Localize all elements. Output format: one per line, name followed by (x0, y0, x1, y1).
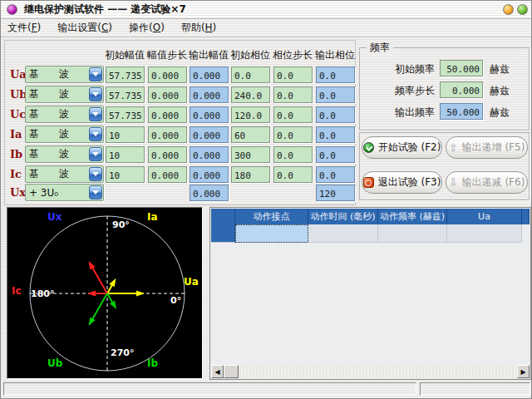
freq-row-initial: 初始频率 赫兹 (360, 60, 530, 76)
phase-step-input-ib[interactable] (273, 146, 313, 163)
chevron-down-icon[interactable] (89, 127, 102, 141)
out-amp-field-ux (190, 185, 229, 201)
phasor-label-ua: Ua (184, 276, 199, 288)
phase-step-input-uc[interactable] (273, 106, 313, 123)
init-phase-input-uc[interactable] (231, 106, 270, 123)
col-filler (522, 209, 530, 224)
titlebar: 继电保护测试软件 —— 递变试验×7 (1, 1, 532, 19)
scroll-left-icon[interactable]: ◀ (211, 365, 224, 378)
init-amp-input-ic[interactable] (106, 166, 145, 183)
wave-select-ub[interactable]: 基 波 (25, 86, 104, 103)
amp-step-input-ia[interactable] (148, 126, 187, 143)
out-phase-field-ua (316, 66, 355, 83)
wave-select-ib-value: 基 波 (26, 147, 89, 161)
status-panel-right (420, 382, 530, 396)
signal-row-ia: Ia 基 波 (4, 126, 356, 144)
out-amp-field-ub (190, 86, 229, 103)
init-phase-input-ub[interactable] (231, 86, 270, 103)
start-test-button[interactable]: 开始试验 (F2) (362, 136, 442, 159)
output-increase-button[interactable]: ⇧ 输出递增 (F5) (446, 136, 528, 159)
wave-select-ic[interactable]: 基 波 (25, 165, 104, 183)
init-amp-input-ua[interactable] (106, 66, 145, 83)
ux-source-select-value: + 3U₀ (26, 187, 89, 199)
wave-select-ib[interactable]: 基 波 (25, 145, 104, 163)
freq-row-output: 输出频率 赫兹 (360, 103, 530, 120)
row-selector-cell[interactable] (211, 224, 235, 243)
init-phase-input-ia[interactable] (231, 126, 270, 143)
out-phase-field-ib (316, 146, 355, 163)
amp-step-input-ib[interactable] (148, 146, 187, 163)
col-ua[interactable]: Ua (447, 209, 522, 224)
wave-select-ia[interactable]: 基 波 (25, 126, 104, 143)
phasor-label-ub: Ub (47, 357, 62, 369)
scroll-right-icon[interactable]: ▶ (517, 365, 530, 378)
out-amp-field-ia (190, 126, 229, 143)
out-amp-field-ua (190, 66, 229, 83)
ux-source-select[interactable]: + 3U₀ (25, 184, 104, 201)
out-freq-field (440, 103, 483, 120)
chevron-down-icon[interactable] (89, 87, 102, 101)
init-amp-input-uc[interactable] (106, 106, 145, 123)
init-phase-input-ib[interactable] (231, 146, 270, 163)
phasor-vector-ic (87, 290, 107, 296)
menu-help[interactable]: 帮助(H) (181, 21, 216, 35)
signal-row-ib: Ib 基 波 (4, 145, 356, 164)
init-freq-input[interactable] (440, 60, 483, 76)
init-amp-input-ia[interactable] (106, 126, 145, 143)
amp-step-input-ic[interactable] (148, 166, 187, 183)
menubar: 文件(F) 输出设置(C) 操作(O) 帮助(H) (1, 19, 532, 37)
close-button-icon[interactable] (517, 4, 528, 15)
cell-action-time[interactable] (308, 224, 378, 243)
chevron-down-icon[interactable] (89, 167, 102, 181)
status-panel-left (3, 382, 416, 396)
chevron-down-icon[interactable] (89, 107, 102, 121)
wave-select-ia-value: 基 波 (26, 127, 89, 141)
init-amp-input-ub[interactable] (106, 86, 145, 103)
init-amp-input-ib[interactable] (106, 146, 145, 163)
window-title: 继电保护测试软件 —— 递变试验×7 (24, 2, 186, 17)
col-header-amp-step: 幅值步长 (146, 48, 188, 62)
menu-file[interactable]: 文件(F) (7, 21, 41, 35)
phase-step-input-ub[interactable] (273, 86, 313, 103)
col-header-out-amp: 输出幅值 (188, 48, 229, 62)
out-phase-field-ic (316, 166, 355, 183)
freq-row-step: 频率步长 赫兹 (360, 81, 530, 98)
col-header-init-amp: 初始幅值 (104, 48, 145, 62)
col-action-time[interactable]: 动作时间 (毫秒) (308, 209, 378, 224)
scrollbar-track[interactable] (239, 365, 517, 378)
stop-icon (363, 177, 374, 188)
chevron-down-icon[interactable] (89, 147, 102, 161)
col-action-frequency[interactable]: 动作频率 (赫兹) (378, 209, 447, 224)
wave-select-ua[interactable]: 基 波 (25, 66, 104, 83)
selected-cell[interactable] (235, 224, 308, 243)
phasor-label-ia: Ia (147, 211, 158, 223)
init-phase-input-ic[interactable] (231, 166, 270, 183)
amp-step-input-ua[interactable] (148, 66, 187, 83)
out-phase-field-ux (316, 185, 355, 201)
col-action-contact[interactable]: 动作接点 (235, 209, 308, 224)
amp-step-input-ub[interactable] (148, 86, 187, 103)
init-phase-input-ua[interactable] (231, 66, 270, 83)
chevron-down-icon[interactable] (89, 185, 102, 200)
horizontal-scrollbar[interactable]: ◀ ▶ (211, 365, 530, 378)
cell-ua[interactable] (447, 224, 522, 243)
phase-step-input-ic[interactable] (273, 166, 313, 183)
row-selector-header (211, 209, 235, 224)
wave-select-uc[interactable]: 基 波 (25, 106, 104, 123)
frequency-group: 频率 初始频率 赫兹 频率步长 赫兹 输出频率 赫兹 (359, 47, 530, 131)
exit-test-button[interactable]: 退出试验 (F3) (362, 171, 442, 194)
amp-step-input-uc[interactable] (148, 106, 187, 123)
minimize-button-icon[interactable] (503, 4, 514, 15)
output-decrease-button[interactable]: ⇩ 输出递减 (F6) (446, 171, 528, 194)
scrollbar-thumb[interactable] (224, 365, 239, 378)
statusbar (1, 381, 532, 398)
menu-operate[interactable]: 操作(O) (129, 21, 165, 35)
angle-label-180: 180° (31, 288, 54, 299)
phase-step-input-ua[interactable] (273, 66, 313, 83)
chevron-down-icon[interactable] (89, 67, 102, 81)
window-buttons (503, 4, 528, 15)
menu-output-settings[interactable]: 输出设置(C) (57, 21, 112, 35)
freq-step-input[interactable] (440, 81, 483, 98)
phase-step-input-ia[interactable] (273, 126, 313, 143)
cell-action-frequency[interactable] (378, 224, 447, 243)
